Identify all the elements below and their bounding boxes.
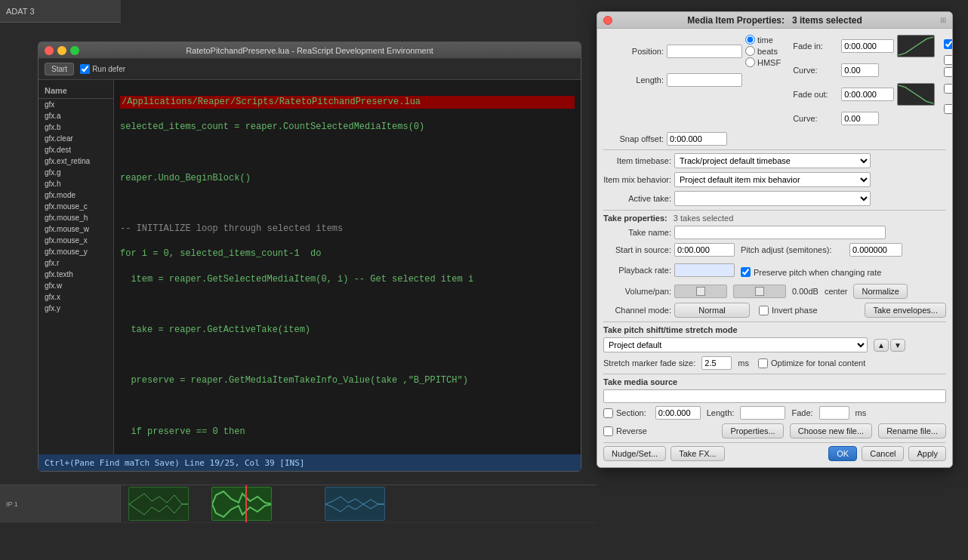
file-item-gfx-mouse-h[interactable]: gfx.mouse_h [39,212,113,223]
take-name-input[interactable] [674,226,886,239]
pitch-mode-select[interactable]: Project default [603,337,868,352]
track-area: IP 1 [0,485,597,560]
code-editor-area[interactable]: /Applications/Reaper/Scripts/RatetoPitch… [114,80,581,471]
time-radio[interactable] [745,35,755,45]
no-autofades-row: No autofades [944,79,953,97]
media-source-path-input[interactable] [603,389,946,403]
position-input[interactable] [667,45,742,58]
channel-mode-button[interactable]: Normal [674,303,750,318]
file-item-gfx[interactable]: gfx [39,99,113,110]
fade-out-curve-input[interactable] [841,112,879,125]
file-item-gfx-mouse-w[interactable]: gfx.mouse_w [39,223,113,235]
maximize-button[interactable] [70,46,79,55]
take-fx-button[interactable]: Take FX... [671,446,725,461]
take-pitch-label: Take pitch shift/time stretch mode [603,325,946,334]
status-bar: Ctrl+(Pane Find maTch Save) Line 19/25, … [39,454,581,471]
pan-thumb-left[interactable] [696,287,705,296]
rename-file-button[interactable]: Rename file... [878,423,946,438]
file-item-gfx-h[interactable]: gfx.h [39,178,113,189]
pan-slider-right[interactable] [733,285,786,298]
fade-in-row: Fade in: [793,35,935,57]
file-item-gfx-ext[interactable]: gfx.ext_retina [39,155,113,167]
item-timebase-select[interactable]: Track/project default timebase [674,153,871,168]
preserve-pitch-checkbox[interactable] [741,267,751,277]
item-mix-behavior-row: Item mix behavior: Project default item … [603,172,946,187]
section-start-input[interactable] [655,406,701,420]
mip-close-button[interactable] [603,16,612,25]
start-in-source-input[interactable] [674,243,735,257]
take-properties-header: Take properties: 3 takes selected [603,214,946,223]
file-item-gfx-mouse-c[interactable]: gfx.mouse_c [39,201,113,212]
start-button[interactable]: Start [45,63,74,75]
close-button[interactable] [45,46,54,55]
take-properties-label: Take properties: [603,214,667,223]
file-item-gfx-texth[interactable]: gfx.texth [39,269,113,280]
file-item-gfx-mouse-x[interactable]: gfx.mouse_x [39,235,113,246]
reascript-titlebar: RatetoPitchandPreserve.lua - ReaScript D… [39,42,581,59]
item-mix-behavior-select[interactable]: Project default item mix behavior [674,172,871,187]
section-checkbox[interactable] [603,408,613,418]
file-item-gfx-mode[interactable]: gfx.mode [39,189,113,201]
lock-checkbox[interactable] [944,67,953,77]
track-row-1: IP 1 [0,485,597,523]
play-all-takes-checkbox[interactable] [944,104,953,114]
active-take-select[interactable] [674,191,871,206]
file-item-gfx-clear[interactable]: gfx.clear [39,133,113,144]
fade-in-label: Fade in: [793,42,838,51]
file-item-gfx-a[interactable]: gfx.a [39,110,113,122]
cancel-button[interactable]: Cancel [862,446,904,461]
fade-in-input[interactable] [841,39,894,53]
pitch-mode-up[interactable]: ▲ [874,339,889,352]
divider-1 [603,149,946,150]
properties-button[interactable]: Properties... [722,423,783,438]
file-item-gfx-y[interactable]: gfx.y [39,303,113,314]
ok-button[interactable]: OK [828,446,857,461]
invert-phase-checkbox[interactable] [759,306,769,315]
playback-preserve-row: Playback rate: Preserve pitch when chang… [603,263,946,281]
no-autofades-checkbox[interactable] [944,84,953,94]
fade-out-input[interactable] [841,88,894,101]
pitch-mode-down[interactable]: ▼ [890,339,905,352]
normalize-button[interactable]: Normalize [853,284,908,299]
fade-source-input[interactable] [819,406,849,420]
invert-phase-label: Invert phase [772,306,818,315]
pan-slider-left[interactable] [674,285,727,298]
reverse-checkbox[interactable] [603,426,613,436]
pan-thumb-right[interactable] [755,287,764,296]
mute-checkbox[interactable] [944,55,953,65]
lock-row: Lock [944,67,953,77]
minimize-button[interactable] [57,46,66,55]
take-envelopes-button[interactable]: Take envelopes... [865,303,946,318]
file-item-gfx-dest[interactable]: gfx.dest [39,144,113,155]
choose-new-file-button[interactable]: Choose new file... [790,423,872,438]
stretch-marker-input[interactable] [701,356,732,370]
item-timebase-row: Item timebase: Track/project default tim… [603,153,946,168]
length-input[interactable] [667,73,742,87]
waveform-1 [128,487,189,521]
playback-rate-input[interactable] [674,263,735,277]
apply-button[interactable]: Apply [908,446,946,461]
loop-source-checkbox[interactable] [944,39,953,49]
pitch-adjust-input[interactable] [849,243,902,257]
file-item-gfx-b[interactable]: gfx.b [39,122,113,133]
checkboxes-top: Loop source Mute Lock No autofades Play … [944,35,953,129]
optimize-tonal-checkbox[interactable] [758,358,768,368]
run-defer-checkbox[interactable] [80,64,90,74]
mip-titlebar: Media Item Properties: 3 items selected … [597,12,952,29]
fade-in-curve-input[interactable] [841,63,879,77]
hmsf-radio[interactable] [745,57,755,67]
length-source-input[interactable] [740,406,785,420]
file-item-gfx-w[interactable]: gfx.w [39,280,113,291]
pitch-adjust-label: Pitch adjust (semitones): [741,245,846,254]
preserve-pitch-row: Preserve pitch when changing rate [741,267,881,277]
reverse-row: Reverse [603,426,647,436]
file-item-gfx-x[interactable]: gfx.x [39,291,113,303]
file-item-gfx-r[interactable]: gfx.r [39,257,113,269]
beats-radio[interactable] [745,46,755,56]
take-media-source-label: Take media source [603,377,946,386]
nudge-set-button[interactable]: Nudge/Set... [603,446,666,461]
file-item-gfx-mouse-y[interactable]: gfx.mouse_y [39,246,113,257]
file-item-gfx-g[interactable]: gfx.g [39,167,113,178]
pitch-mode-arrows: ▲ ▼ [874,339,905,352]
snap-offset-input[interactable] [667,132,727,146]
